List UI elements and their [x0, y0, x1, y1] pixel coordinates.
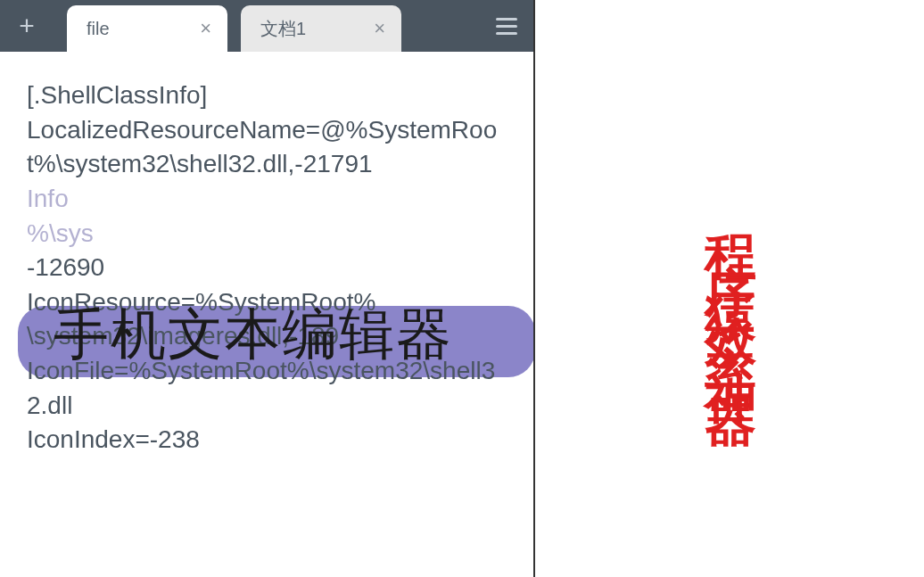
add-tab-button[interactable]: + — [0, 0, 54, 52]
text-editor[interactable]: [.ShellClassInfo] LocalizedResourceName=… — [0, 52, 533, 577]
hamburger-icon — [496, 25, 517, 28]
tab-label: 文档1 — [260, 17, 360, 41]
tab-label: file — [87, 19, 186, 39]
close-icon[interactable]: × — [374, 17, 385, 40]
editor-line: %\sys — [27, 217, 507, 251]
editor-line: IconIndex=-238 — [27, 423, 507, 457]
tab-document1[interactable]: 文档1 × — [241, 5, 401, 52]
toolbar: + file × 文档1 × — [0, 0, 533, 52]
menu-button[interactable] — [480, 0, 533, 52]
editor-line: [.ShellClassInfo] — [27, 78, 507, 113]
editor-line: Info — [27, 182, 507, 217]
right-panel: 程序猿效率神器 — [535, 0, 924, 577]
editor-content: [.ShellClassInfo] LocalizedResourceName=… — [27, 78, 507, 457]
tab-file[interactable]: file × — [67, 5, 227, 52]
hamburger-icon — [496, 32, 517, 35]
plus-icon: + — [19, 11, 35, 41]
editor-line: LocalizedResourceName=@%SystemRoot%\syst… — [27, 113, 507, 182]
editor-line: -12690 — [27, 251, 507, 285]
close-icon[interactable]: × — [200, 17, 211, 40]
hamburger-icon — [496, 18, 517, 21]
overlay-title: 手机文本编辑器 — [54, 297, 453, 372]
vertical-slogan: 程序猿效率神器 — [704, 195, 755, 383]
editor-panel: + file × 文档1 × [.ShellClassInfo] Localiz… — [0, 0, 535, 577]
